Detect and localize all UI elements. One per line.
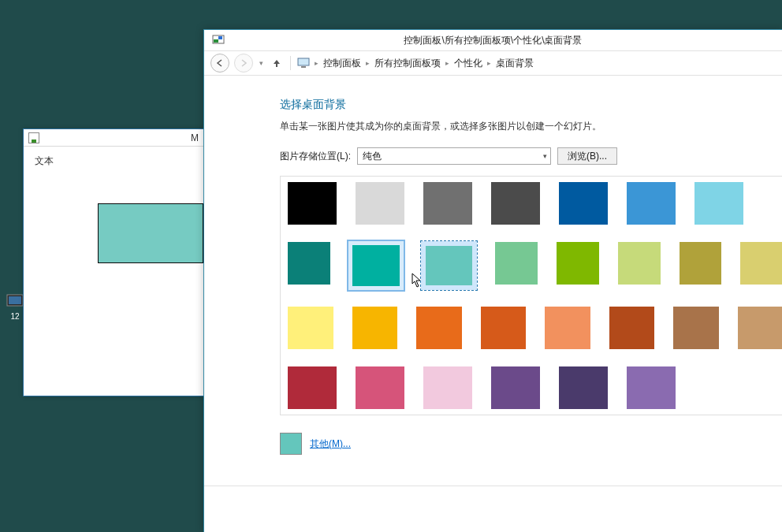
window-app-icon [212, 34, 225, 47]
svg-rect-1 [9, 296, 21, 304]
control-panel-window: 控制面板\所有控制面板项\个性化\桌面背景 ▾ ▸ 控制面板 ▸ 所有控制面板项… [203, 29, 782, 532]
swatch-row [287, 306, 782, 350]
window-title-text: 控制面板\所有控制面板项\个性化\桌面背景 [404, 34, 582, 47]
chevron-right-icon: ▸ [366, 59, 370, 67]
chevron-right-icon: ▸ [487, 59, 491, 67]
breadcrumb-item[interactable]: 控制面板 [322, 55, 363, 72]
svg-rect-3 [214, 39, 218, 43]
color-swatch[interactable] [494, 241, 538, 285]
chevron-right-icon: ▸ [315, 59, 318, 67]
color-swatch-inner [352, 245, 400, 286]
color-swatch[interactable] [558, 366, 609, 410]
browse-button[interactable]: 浏览(B)... [557, 147, 617, 165]
color-swatch[interactable] [694, 181, 744, 225]
color-swatch[interactable] [287, 181, 337, 225]
secondary-window-titlebar[interactable]: M [24, 129, 203, 147]
color-swatch-inner [491, 182, 540, 225]
color-preview-rect [98, 203, 203, 263]
forward-button[interactable] [234, 54, 253, 73]
color-swatch[interactable] [490, 181, 541, 225]
color-swatch-inner [559, 366, 608, 409]
color-swatch-inner [288, 366, 337, 409]
color-swatch[interactable] [558, 181, 609, 225]
color-swatch-inner [627, 366, 676, 409]
color-swatch[interactable] [415, 306, 463, 350]
color-swatch-inner [495, 242, 538, 285]
breadcrumb-item[interactable]: 所有控制面板项 [373, 55, 442, 72]
color-swatch-inner [426, 246, 472, 285]
other-color-link[interactable]: 其他(M)... [310, 437, 351, 451]
window-titlebar[interactable]: 控制面板\所有控制面板项\个性化\桌面背景 [204, 30, 782, 50]
color-swatch-inner [288, 182, 337, 225]
app-icon [6, 292, 24, 311]
color-swatch[interactable] [287, 366, 337, 410]
color-swatch-inner [740, 242, 782, 285]
color-swatch[interactable] [421, 241, 477, 290]
color-swatch[interactable] [609, 306, 656, 350]
location-select[interactable]: 纯色 ▾ [357, 147, 551, 165]
color-swatch[interactable] [617, 241, 661, 285]
color-swatch-inner [481, 307, 527, 349]
color-swatch[interactable] [626, 181, 676, 225]
secondary-window: M 文本 [23, 128, 204, 396]
swatch-row [287, 181, 782, 225]
back-button[interactable] [210, 54, 229, 73]
color-swatch-inner [423, 182, 472, 225]
color-swatch[interactable] [626, 366, 676, 410]
color-swatch-inner [288, 307, 333, 349]
color-swatch[interactable] [480, 306, 527, 350]
color-swatch[interactable] [679, 241, 723, 285]
up-button[interactable] [270, 56, 284, 70]
swatch-row [287, 366, 782, 410]
separator [290, 56, 291, 70]
color-swatch[interactable] [355, 181, 405, 225]
content-area: 选择桌面背景 单击某一张图片使其成为你的桌面背景，或选择多张图片以创建一个幻灯片… [204, 76, 782, 532]
chevron-right-icon: ▸ [445, 59, 449, 67]
color-swatch-inner [545, 307, 590, 349]
current-color-swatch [280, 433, 302, 455]
chevron-down-icon: ▾ [543, 152, 547, 160]
color-swatch[interactable] [423, 366, 473, 410]
color-swatch-inner [416, 307, 462, 349]
color-swatch[interactable] [544, 306, 591, 350]
text-label: 文本 [35, 155, 54, 166]
color-swatch[interactable] [672, 306, 720, 350]
color-swatch[interactable] [423, 181, 473, 225]
breadcrumb-item[interactable]: 桌面背景 [494, 55, 535, 72]
location-row: 图片存储位置(L): 纯色 ▾ 浏览(B)... [280, 147, 782, 165]
browse-button-label: 浏览(B)... [568, 150, 607, 163]
color-swatch[interactable] [352, 306, 399, 350]
color-swatch-inner [627, 182, 676, 225]
color-swatch-inner [491, 366, 540, 409]
color-swatch-inner [673, 307, 719, 349]
location-label: 图片存储位置(L): [280, 150, 351, 163]
color-swatch-inner [738, 307, 783, 349]
color-swatch[interactable] [556, 241, 600, 285]
color-swatch[interactable] [287, 306, 334, 350]
color-swatch[interactable] [355, 366, 405, 410]
location-select-value: 纯色 [363, 150, 382, 163]
color-swatch[interactable] [287, 241, 331, 285]
color-swatch[interactable] [490, 366, 541, 410]
breadcrumb: ▸ 控制面板 ▸ 所有控制面板项 ▸ 个性化 ▸ 桌面背景 [297, 55, 535, 72]
color-swatch[interactable] [737, 306, 783, 350]
svg-rect-6 [301, 66, 306, 68]
color-swatch[interactable] [739, 241, 782, 285]
svg-rect-5 [298, 58, 309, 65]
color-swatch-inner [694, 182, 743, 225]
color-swatch[interactable] [348, 241, 404, 290]
breadcrumb-item[interactable]: 个性化 [452, 55, 484, 72]
history-dropdown-icon[interactable]: ▾ [258, 59, 265, 67]
color-swatch-inner [356, 182, 404, 225]
color-swatch-inner [356, 366, 404, 409]
divider [204, 485, 782, 486]
svg-rect-4 [218, 36, 222, 39]
color-swatch-inner [423, 366, 472, 409]
color-swatch-panel [280, 176, 782, 415]
swatch-grid [287, 181, 782, 410]
page-heading: 选择桌面背景 [280, 98, 782, 112]
swatch-row [287, 241, 782, 290]
monitor-icon [297, 57, 311, 69]
color-swatch-inner [557, 242, 599, 285]
color-swatch-inner [618, 242, 661, 285]
